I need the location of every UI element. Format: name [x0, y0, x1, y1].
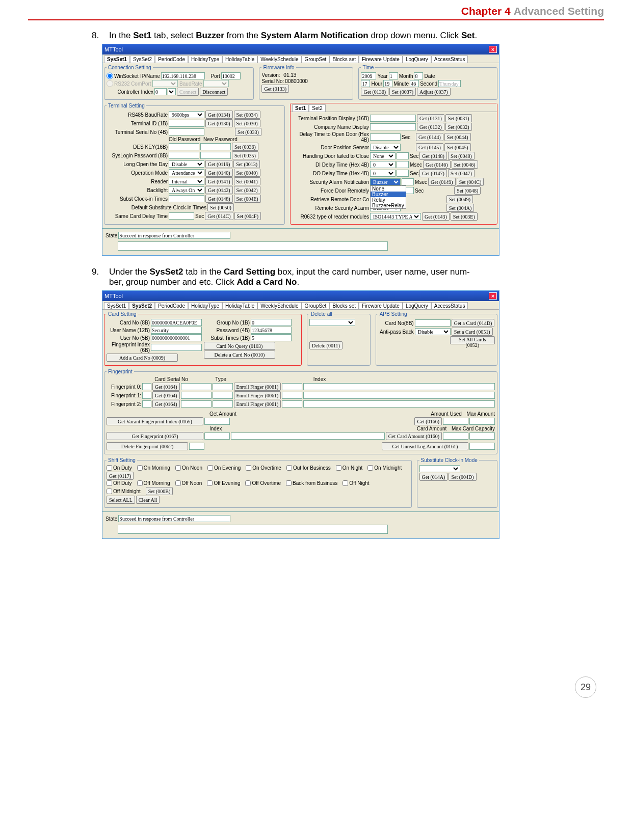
close-icon[interactable]: ×: [489, 46, 497, 53]
progress-input: [118, 241, 388, 251]
tab-holidaytype[interactable]: HolidayType: [188, 56, 222, 63]
page-number: 29: [0, 676, 632, 713]
baud-select[interactable]: [203, 80, 229, 87]
rs232-radio[interactable]: [107, 80, 113, 87]
tab-weeklyschedule[interactable]: WeeklySchedule: [257, 56, 301, 63]
ctlidx-select[interactable]: [168, 88, 176, 95]
win2-title: MTTool: [104, 293, 123, 299]
step-no: 9.: [92, 267, 109, 287]
step-no: 8.: [92, 31, 109, 41]
tab-set1[interactable]: Set1: [292, 104, 309, 112]
header-rule: [28, 19, 604, 20]
step-9: 9. Under the SysSet2 tab in the Card Set…: [92, 267, 586, 287]
tab-periodcode[interactable]: PeriodCode: [155, 56, 188, 63]
win1-title: MTTool: [104, 46, 123, 52]
tab-blocksset[interactable]: Blocks set: [329, 56, 359, 63]
step-8: 8. In the Set1 tab, select Buzzer from t…: [92, 31, 586, 41]
tab-set2[interactable]: Set2: [309, 104, 326, 112]
connect-button[interactable]: Connect: [177, 88, 199, 96]
ip-input[interactable]: [161, 72, 205, 79]
chapter-number: Chapter 4: [461, 5, 511, 17]
fw-get-button[interactable]: Get (0133): [261, 85, 289, 93]
chapter-title: Advanced Setting: [514, 5, 604, 17]
tab-sysset1[interactable]: SysSet1: [104, 56, 130, 63]
tab-holidaytable[interactable]: HolidayTable: [222, 56, 257, 63]
step-8-text: In the Set1 tab, select Buzzer from the …: [109, 31, 586, 41]
conn-legend: Connection Setting: [107, 65, 153, 70]
winsocket-radio[interactable]: [107, 72, 113, 79]
sa-select[interactable]: Buzzer None Buzzer Relay Buzzer+Relay: [370, 178, 401, 185]
tab-sysset2[interactable]: SysSet2: [130, 56, 155, 63]
close-icon[interactable]: ×: [489, 292, 497, 300]
win2-tabs: SysSet1 SysSet2 PeriodCode HolidayType H…: [102, 301, 499, 310]
port-input[interactable]: [221, 72, 241, 79]
tab-accessstatus[interactable]: AccessStatus: [431, 56, 468, 63]
win1-tabs: SysSet1 SysSet2 PeriodCode HolidayType H…: [102, 55, 499, 63]
ctlidx-input[interactable]: [154, 88, 167, 95]
progress-input: [118, 525, 388, 534]
step-9-text: Under the SysSet2 tab in the Card Settin…: [109, 267, 586, 287]
comport-select[interactable]: [152, 80, 178, 87]
term-legend: Terminal Setting: [107, 103, 146, 109]
disconnect-button[interactable]: Disconnect: [200, 88, 228, 96]
time-legend: Time: [361, 65, 375, 70]
add-card-button[interactable]: Add a Card No (0009): [107, 354, 178, 362]
tab-groupset[interactable]: GroupSet: [302, 56, 330, 63]
mttool-window-2: MTTool × SysSet1 SysSet2 PeriodCode Holi…: [102, 290, 499, 539]
mttool-window-1: MTTool × SysSet1 SysSet2 PeriodCode Holi…: [102, 44, 499, 256]
tab-logquery[interactable]: LogQuery: [403, 56, 431, 63]
tab-firewareupdate[interactable]: Fireware Update: [359, 56, 403, 63]
fw-legend: Firmware Info: [261, 65, 296, 70]
